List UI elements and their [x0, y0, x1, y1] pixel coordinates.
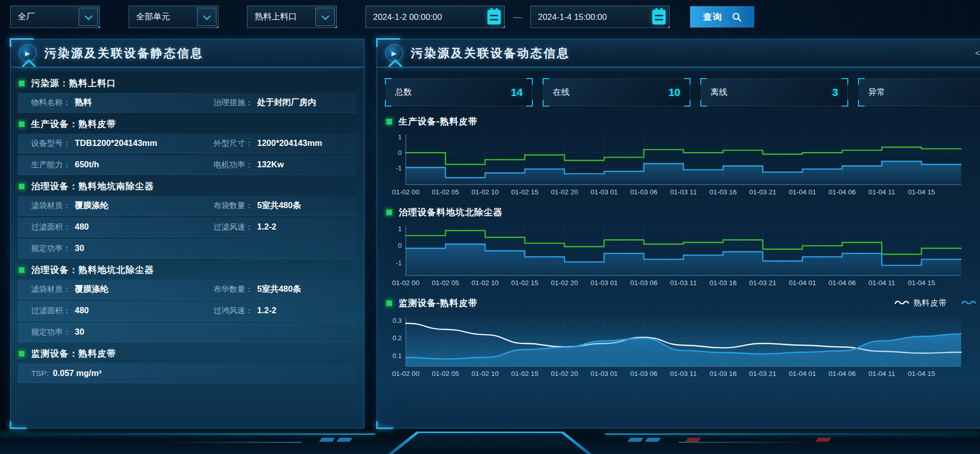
field-value: 熟料	[75, 97, 92, 108]
section-header-1: 生产设备：熟料皮带	[18, 114, 357, 134]
svg-text:01-03 11: 01-03 11	[670, 279, 697, 287]
calendar-icon[interactable]	[487, 10, 501, 24]
field-label: 外型尺寸：	[213, 138, 253, 149]
svg-text:01-04 15: 01-04 15	[908, 279, 935, 287]
stat-value: 10	[669, 86, 680, 98]
footer-tick-red	[685, 438, 701, 442]
dynamic-info-header: ▶ 污染源及关联设备动态信息 << 返回	[377, 39, 980, 67]
legend-item-1[interactable]: 预警信	[962, 298, 980, 309]
field-value: 132Kw	[257, 160, 284, 169]
corner-bracket	[700, 78, 707, 85]
svg-text:1: 1	[398, 133, 402, 141]
svg-text:01-04 06: 01-04 06	[828, 370, 855, 377]
query-button[interactable]: 查询	[690, 6, 754, 28]
field-value: 覆膜涤纶	[75, 200, 109, 211]
svg-text:01-03 01: 01-03 01	[591, 370, 618, 377]
back-button[interactable]: << 返回	[975, 48, 980, 58]
corner-bracket	[385, 100, 391, 107]
footer-wing-line	[679, 442, 812, 443]
svg-text:01-02 20: 01-02 20	[551, 370, 578, 377]
corner-bracket	[858, 78, 865, 85]
field-value: 1200*204143mm	[257, 138, 323, 148]
svg-text:0.2: 0.2	[393, 334, 402, 342]
corner-bracket	[842, 100, 848, 107]
field-pair: 额定功率：30	[31, 243, 84, 254]
region-select[interactable]: 全厂	[10, 6, 100, 28]
svg-text:01-03 06: 01-03 06	[630, 188, 657, 196]
point-select[interactable]: 熟料上料口	[247, 6, 337, 28]
query-button-label: 查询	[703, 11, 723, 23]
table-row: 滤袋材质：覆膜涤纶布华数量：5室共480条	[18, 280, 357, 299]
footer-tick	[627, 438, 644, 442]
svg-text:01-04 15: 01-04 15	[908, 370, 935, 377]
topbar: 全厂 全部单元 熟料上料口 2024-1-2 00:00:00 — 2024-1…	[0, 0, 980, 29]
chevron-glyph	[321, 12, 329, 20]
corner-bracket	[543, 100, 549, 107]
section-header-label: 治理设备：熟料地坑南除尘器	[31, 180, 154, 192]
corner-bracket	[700, 100, 707, 107]
table-row: 过滤面积：480过滤风速：1.2-2	[18, 217, 357, 237]
start-datetime-input[interactable]: 2024-1-2 00:00:00	[365, 6, 505, 28]
search-icon	[732, 12, 742, 22]
svg-text:01-03 21: 01-03 21	[749, 188, 776, 196]
chevron-down-icon[interactable]	[79, 8, 98, 26]
field-pair: 额定功率：30	[31, 327, 84, 338]
table-row: 额定功率：30	[18, 322, 357, 342]
chart-1-svg: 10-101-02 0001-02 0501-02 1001-02 1501-0…	[385, 221, 965, 289]
chevron-down-icon[interactable]	[197, 8, 216, 26]
stat-card-2: 离线3	[701, 79, 848, 106]
stat-label: 离线	[710, 87, 727, 98]
chart-title-row: 治理设备料地坑北除尘器	[385, 203, 980, 221]
unit-select[interactable]: 全部单元	[129, 6, 218, 28]
svg-text:01-04 06: 01-04 06	[828, 279, 855, 287]
field-pair: 滤袋材质：覆膜涤纶	[31, 284, 213, 295]
field-value: 5室共480条	[257, 284, 301, 295]
svg-text:01-04 11: 01-04 11	[868, 279, 895, 287]
svg-text:01-03 06: 01-03 06	[630, 279, 657, 287]
chevron-down-icon[interactable]	[315, 8, 335, 26]
svg-text:01-02 15: 01-02 15	[511, 188, 538, 196]
corner-bracket	[385, 78, 391, 85]
field-value: TDB1200*204143mm	[75, 138, 157, 148]
field-label: 过滤风速：	[213, 222, 253, 233]
back-arrows-icon: <<	[975, 48, 980, 57]
svg-text:01-03 16: 01-03 16	[709, 370, 737, 377]
chart-title: 监测设备-熟料皮带	[399, 297, 478, 309]
green-square-bullet	[18, 80, 26, 87]
svg-text:0: 0	[398, 149, 402, 157]
green-square-bullet	[385, 299, 393, 307]
field-pair: 布华数量：5室共480条	[213, 284, 301, 295]
chart-legend: 熟料皮带预警信	[895, 298, 980, 309]
corner-bracket	[684, 100, 691, 107]
field-value: 处于封闭厂房内	[257, 97, 316, 108]
field-label: 生产能力：	[31, 160, 71, 170]
footer-tick	[319, 438, 335, 442]
static-info-panel: ▶ 污染源及关联设备静态信息 污染源：熟料上料口物料名称：熟料治理措施：处于封闭…	[10, 39, 364, 428]
footer-tick	[336, 438, 353, 442]
svg-text:01-02 20: 01-02 20	[551, 188, 578, 196]
dynamic-info-panel: ▶ 污染源及关联设备动态信息 << 返回 总数14在线10离线3异常1 生产设备…	[377, 39, 980, 428]
field-pair: 电机功率：132Kw	[213, 160, 284, 170]
end-datetime-value: 2024-1-4 15:00:00	[538, 12, 607, 22]
field-pair: 布袋数量：5室共480条	[213, 200, 301, 211]
svg-text:01-02 10: 01-02 10	[472, 279, 499, 287]
end-datetime-input[interactable]: 2024-1-4 15:00:00	[530, 6, 670, 28]
footer-tick-red	[815, 438, 831, 442]
calendar-icon[interactable]	[652, 10, 666, 24]
static-info-rows: 污染源：熟料上料口物料名称：熟料治理措施：处于封闭厂房内生产设备：熟料皮带设备型…	[11, 67, 364, 383]
svg-text:01-02 15: 01-02 15	[511, 370, 538, 377]
svg-text:01-04 11: 01-04 11	[868, 370, 895, 377]
legend-item-0[interactable]: 熟料皮带	[895, 298, 947, 309]
field-pair: 过鸿风速：1.2-2	[213, 306, 276, 316]
field-value: 1.2-2	[257, 222, 277, 232]
field-label: 物料名称：	[31, 97, 71, 108]
play-icon: ▶	[19, 44, 36, 62]
field-label: 布袋数量：	[213, 200, 253, 211]
section-header-label: 污染源：熟料上料口	[31, 77, 116, 89]
field-label: 布华数量：	[213, 284, 253, 295]
svg-text:01-04 06: 01-04 06	[828, 188, 855, 196]
field-pair: 过滤面积：480	[31, 306, 213, 316]
svg-text:01-02 10: 01-02 10	[472, 188, 499, 196]
start-datetime-value: 2024-1-2 00:00:00	[373, 12, 442, 22]
section-header-0: 污染源：熟料上料口	[18, 73, 357, 93]
